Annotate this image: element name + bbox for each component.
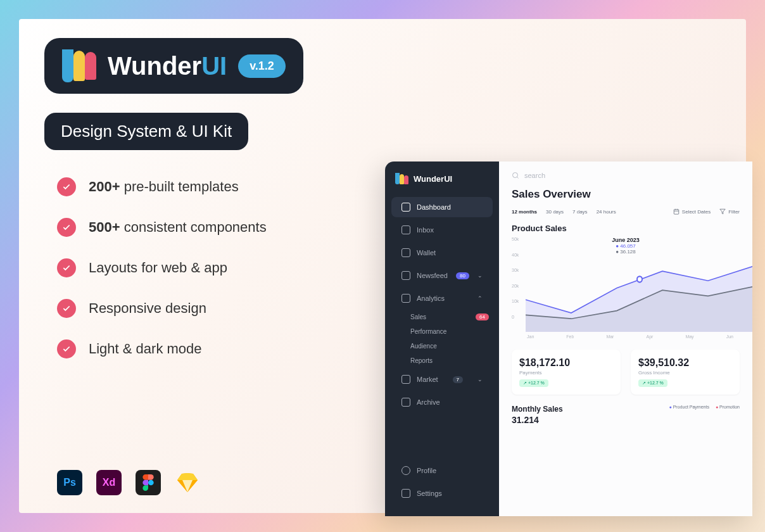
- newsfeed-icon: [401, 271, 410, 280]
- dashboard-preview: WunderUI Dashboard Inbox Wallet Newsfeed…: [385, 162, 752, 516]
- stats-row: $18,172.10 Payments ↗ +12.7 % $39,510.32…: [512, 350, 740, 395]
- nav-wallet[interactable]: Wallet: [391, 243, 493, 263]
- check-icon: [57, 218, 76, 237]
- time-tabs: 12 months 30 days 7 days 24 hours Select…: [512, 208, 740, 215]
- nav-performance[interactable]: Performance: [385, 324, 499, 339]
- sketch-icon: [175, 470, 200, 495]
- feature-list: 200+ pre-built templates 500+ consistent…: [57, 177, 267, 358]
- feature-item: 200+ pre-built templates: [57, 177, 267, 196]
- gross-value: $39,510.32: [638, 357, 732, 369]
- tab-30-days[interactable]: 30 days: [546, 209, 564, 215]
- monthly-value: 31.214: [512, 415, 563, 425]
- inbox-icon: [401, 225, 410, 234]
- chevron-down-icon: ⌄: [477, 272, 483, 279]
- wallet-icon: [401, 248, 410, 257]
- svg-line-7: [517, 177, 518, 178]
- feature-text: Responsive design: [89, 300, 206, 317]
- monthly-sales: Monthly Sales 31.214 Product Payments Pr…: [512, 405, 740, 425]
- gross-label: Gross Income: [638, 370, 732, 376]
- svg-point-6: [513, 173, 518, 178]
- monthly-legend: Product Payments Promotion: [669, 405, 740, 409]
- calendar-icon: [673, 208, 680, 215]
- search-bar[interactable]: search: [512, 169, 740, 188]
- newsfeed-badge: 80: [456, 272, 469, 279]
- chevron-up-icon: ⌃: [477, 295, 483, 301]
- chart-tooltip: June 2023 ● 46.057 ● 36.128: [612, 237, 640, 255]
- photoshop-icon: Ps: [57, 470, 82, 495]
- dashboard-icon: [401, 203, 410, 212]
- svg-point-13: [637, 276, 642, 282]
- nav-analytics[interactable]: Analytics⌃: [391, 288, 493, 308]
- search-icon: [512, 172, 519, 179]
- sales-badge: 64: [476, 314, 489, 320]
- y-axis-labels: 50k40k30k20k10k0: [512, 237, 519, 319]
- subtitle-badge: Design System & UI Kit: [44, 113, 248, 150]
- nav-profile[interactable]: Profile: [391, 460, 493, 481]
- feature-item: Responsive design: [57, 299, 267, 318]
- monthly-title: Monthly Sales: [512, 405, 563, 414]
- payments-card: $18,172.10 Payments ↗ +12.7 %: [512, 350, 621, 395]
- payments-label: Payments: [519, 370, 613, 376]
- nav-market[interactable]: Market7⌄: [391, 369, 493, 390]
- archive-icon: [401, 398, 410, 407]
- svg-marker-1: [177, 473, 187, 480]
- chart-title: Product Sales: [512, 224, 740, 233]
- chevron-down-icon: ⌄: [477, 376, 483, 383]
- market-icon: [401, 375, 410, 384]
- filter-icon: [719, 208, 726, 215]
- version-badge: v.1.2: [238, 54, 286, 78]
- check-icon: [57, 258, 76, 277]
- nav-sales[interactable]: Sales64: [385, 310, 499, 324]
- feature-item: Layouts for web & app: [57, 258, 267, 277]
- tab-24-hours[interactable]: 24 hours: [597, 209, 616, 215]
- nav-reports[interactable]: Reports: [385, 353, 499, 368]
- profile-icon: [401, 466, 410, 475]
- hero-badge: WunderUI v.1.2: [44, 38, 303, 94]
- tab-12-months[interactable]: 12 months: [512, 209, 537, 215]
- svg-marker-12: [720, 209, 725, 214]
- feature-text: 200+ pre-built templates: [89, 179, 239, 195]
- market-badge: 7: [453, 376, 463, 383]
- tab-7-days[interactable]: 7 days: [572, 209, 588, 215]
- check-icon: [57, 177, 76, 196]
- nav-audience[interactable]: Audience: [385, 339, 499, 353]
- check-icon: [57, 339, 76, 358]
- analytics-icon: [401, 294, 410, 303]
- brand-name: WunderUI: [108, 52, 227, 80]
- feature-text: 500+ consistent components: [89, 219, 267, 236]
- feature-item: Light & dark mode: [57, 339, 267, 358]
- tool-icons: Ps Xd: [57, 470, 200, 495]
- feature-item: 500+ consistent components: [57, 218, 267, 237]
- payments-delta: ↗ +12.7 %: [519, 379, 548, 387]
- select-dates-button[interactable]: Select Dates: [673, 208, 711, 215]
- page-title: Sales Overview: [512, 188, 740, 201]
- gear-icon: [401, 489, 410, 498]
- gross-income-card: $39,510.32 Gross Income ↗ +12.7 %: [631, 350, 740, 395]
- nav-inbox[interactable]: Inbox: [391, 220, 493, 240]
- nav-archive[interactable]: Archive: [391, 392, 493, 412]
- product-sales-chart: June 2023 ● 46.057 ● 36.128 50k40k30k20k…: [512, 237, 740, 345]
- filter-button[interactable]: Filter: [719, 208, 740, 215]
- nav-settings[interactable]: Settings: [391, 483, 493, 504]
- check-icon: [57, 299, 76, 318]
- logo-mark: [62, 49, 96, 82]
- adobe-xd-icon: Xd: [96, 470, 122, 495]
- feature-text: Layouts for web & app: [89, 260, 227, 276]
- nav-newsfeed[interactable]: Newsfeed80⌄: [391, 265, 493, 286]
- svg-rect-8: [674, 210, 679, 215]
- gross-delta: ↗ +12.7 %: [638, 379, 667, 387]
- svg-marker-2: [187, 473, 198, 480]
- sidebar-brand: WunderUI: [385, 173, 499, 196]
- sidebar: WunderUI Dashboard Inbox Wallet Newsfeed…: [385, 162, 499, 516]
- nav-dashboard[interactable]: Dashboard: [391, 197, 493, 217]
- x-axis-labels: JanFebMarAprMayJun: [512, 334, 740, 339]
- feature-text: Light & dark mode: [89, 341, 202, 357]
- figma-icon: [136, 470, 161, 495]
- main-content: search Sales Overview 12 months 30 days …: [499, 162, 752, 516]
- payments-value: $18,172.10: [519, 357, 613, 369]
